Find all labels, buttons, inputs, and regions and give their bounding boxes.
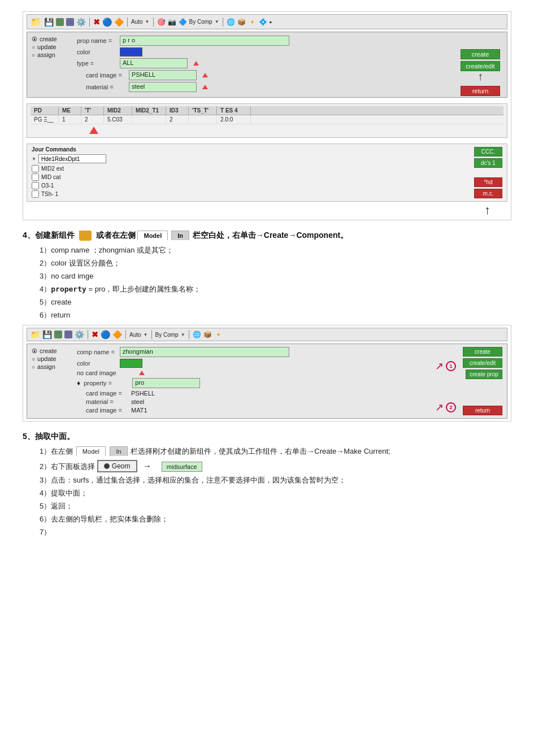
in-tab-5[interactable]: In [110, 446, 127, 456]
cube-icon[interactable]: 📦 [237, 18, 246, 26]
tool2-icon-3[interactable]: ⚙️ [75, 330, 84, 339]
cb-mid2-ext-label: MID2 ext [41, 166, 64, 172]
th-me: ME [59, 106, 81, 115]
section-5-container: 5、抽取中面。 1）在左侧 Model In 栏选择刚才创建的新组件，使其成为工… [23, 432, 511, 537]
sphere-icon[interactable]: 🌐 [227, 18, 235, 26]
radio-create[interactable]: ⦿ create [32, 36, 57, 42]
prop-name-input[interactable]: p r o [120, 36, 289, 46]
tool2-icon-2[interactable] [64, 331, 72, 338]
list-item-5-7: 7） [40, 527, 511, 537]
tool2-icon-1[interactable] [54, 331, 62, 338]
create2-edit-button[interactable]: create/edit [463, 358, 502, 368]
th-pd: PD [31, 106, 59, 115]
create-button[interactable]: create [461, 49, 500, 59]
comp-name-input[interactable]: zhongmian [120, 347, 289, 357]
log-btn-mc[interactable]: m.c. [474, 189, 502, 198]
dropdown-indicator[interactable]: ♦ [77, 379, 80, 387]
auto2-dropdown[interactable]: ▼ [144, 332, 148, 337]
property2-input[interactable]: pro [132, 378, 200, 388]
tool2-icon-6[interactable]: 🔸 [214, 331, 223, 338]
list-item-4-5: 5）create [40, 297, 511, 307]
save-icon[interactable]: 💾 [44, 18, 54, 27]
color-label: color [77, 49, 116, 55]
log-btn-find[interactable]: *hd [474, 177, 502, 187]
log-cb4-row: TSh- 1 [32, 190, 502, 198]
tool2-icon-5[interactable]: 🔶 [112, 330, 122, 339]
model-tab-5[interactable]: Model [76, 446, 106, 456]
radio-assign[interactable]: ○ assign [32, 51, 57, 58]
save-icon-2[interactable]: 💾 [42, 330, 52, 339]
tool-icon-3[interactable]: ⚙️ [76, 18, 86, 27]
tool2-icon-4[interactable]: 🔵 [101, 330, 110, 339]
by-comp-dropdown[interactable]: ▼ [215, 19, 219, 24]
color2-label: color [77, 360, 116, 367]
list-item-4-3: 3）no card imge [40, 271, 511, 281]
tool-icon-8[interactable]: ▪ [270, 18, 272, 26]
display-icon-3[interactable]: 🔷 [179, 18, 187, 26]
cross2-icon[interactable]: ✖ [92, 330, 98, 339]
auto-dropdown[interactable]: ▼ [145, 19, 150, 24]
radio2-create[interactable]: ⦿ create [32, 347, 57, 354]
card-image3-label: card image = [86, 407, 125, 414]
toolbar-1: 📁 💾 ⚙️ ✖ 🔵 🔶 Auto ▼ 🎯 📷 🔷 By Comp ▼ 🌐 📦 … [27, 14, 507, 29]
cube2-icon[interactable]: 📦 [203, 331, 212, 338]
type-dropdown[interactable]: ALL [120, 58, 188, 68]
sphere2-icon[interactable]: 🌐 [193, 331, 201, 338]
create2-button[interactable]: create [463, 347, 502, 357]
folder-icon[interactable]: 📁 [31, 16, 42, 27]
by-comp2-dropdown[interactable]: ▼ [181, 332, 185, 337]
list-item-5-2: 2）右下面板选择 Geom → midsurface [40, 460, 511, 472]
model-tab-inline[interactable]: Model [137, 231, 168, 240]
log-input[interactable] [38, 154, 106, 163]
return-button-1[interactable]: return [461, 86, 500, 96]
material-label: material = [86, 84, 125, 90]
display-icon-2[interactable]: 📷 [168, 18, 176, 26]
circle-annotation-2: ↗ 2 [435, 401, 456, 414]
geom-label: Geom [112, 462, 131, 470]
td-5c03: 5.C03 [104, 115, 132, 124]
cb-mid-cat[interactable] [32, 173, 39, 181]
color-swatch[interactable] [120, 47, 142, 57]
log-dropdown-arrow[interactable]: ▼ [32, 157, 36, 162]
cb-mid2-ext[interactable] [32, 165, 39, 172]
tool-icon-4[interactable]: 🔵 [102, 18, 112, 27]
radio-update[interactable]: ○ update [32, 44, 57, 50]
cb-o31[interactable] [32, 182, 39, 189]
cb-tsh1[interactable] [32, 190, 39, 198]
table-triangle [89, 127, 98, 134]
midsurface-box[interactable]: midsurface [162, 462, 202, 472]
in-tab-inline[interactable]: In [171, 231, 189, 240]
tool-icon-2[interactable] [66, 18, 74, 26]
radio2-assign-label: assign [37, 363, 55, 370]
item-5-1-num: 1）在左侧 [40, 447, 73, 455]
list-item-5-1: 1）在左侧 Model In 栏选择刚才创建的新组件，使其成为工作组件，右单击→… [40, 446, 511, 457]
geom-radio-icon [104, 463, 110, 469]
tool-icon-7[interactable]: 💠 [259, 18, 267, 26]
item-5-5-text: 5）返回； [40, 502, 73, 510]
type-triangle [193, 61, 199, 66]
color2-swatch[interactable] [120, 359, 142, 368]
radio2-update[interactable]: ○ update [32, 355, 57, 362]
radio2-update-label: update [37, 355, 57, 362]
tool-icon-5[interactable]: 🔶 [114, 18, 124, 27]
log-title: Jour Commands [32, 146, 502, 153]
th-mid2t1: MID2_T1 [132, 106, 166, 115]
auto-label: Auto [131, 19, 143, 25]
arrow-curved-right-1: ↗ [435, 360, 444, 372]
tool-icon-1[interactable] [56, 18, 64, 26]
folder-icon-2[interactable]: 📁 [31, 330, 40, 339]
log-btn-top[interactable]: CCC. [474, 147, 502, 157]
list-item-4-4: 4）property = pro，即上步创建的属性集名称； [40, 284, 511, 294]
return2-button[interactable]: return [463, 406, 502, 415]
card-image-input[interactable]: PSHELL [129, 70, 197, 80]
display-icon-1[interactable]: 🎯 [157, 18, 166, 26]
log-btn-bottom[interactable]: dc's 1 [474, 158, 502, 168]
geom-button[interactable]: Geom [97, 460, 137, 472]
radio2-assign[interactable]: ○ assign [32, 363, 57, 370]
list-item-4-1: 1）comp name ；zhongmian 或是其它； [40, 245, 511, 255]
cross-icon[interactable]: ✖ [93, 18, 100, 27]
list-item-4-2: 2）color 设置区分颜色； [40, 258, 511, 268]
tool-icon-6[interactable]: 🔸 [248, 18, 257, 26]
create-prop-button[interactable]: create prop [466, 370, 502, 379]
material-input[interactable]: steel [129, 82, 197, 92]
